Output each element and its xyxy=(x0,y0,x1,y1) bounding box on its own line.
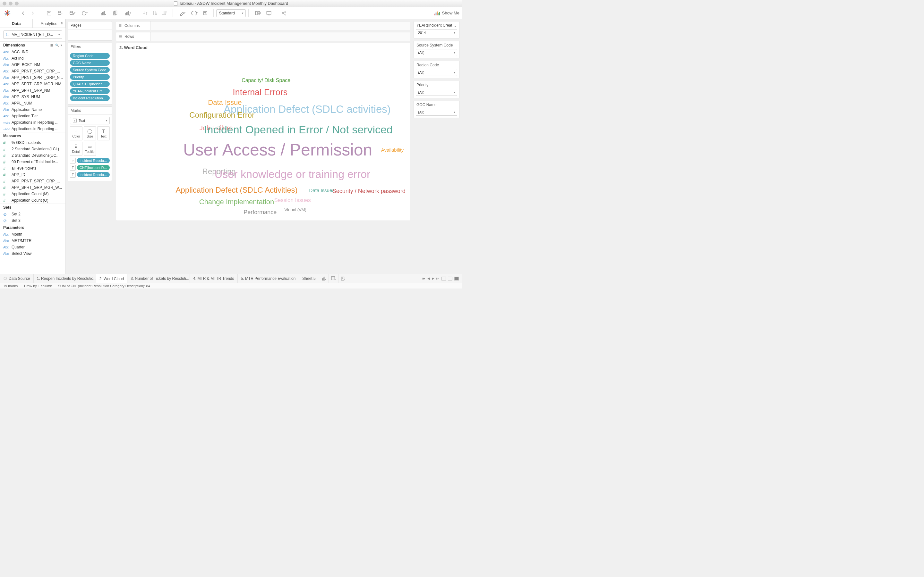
field-item[interactable]: Applications in Reporting ... xyxy=(0,119,65,126)
word-cloud-word[interactable]: Application Defect (SDLC Activities) xyxy=(176,185,297,195)
word-cloud-word[interactable]: Internal Errors xyxy=(233,87,288,97)
field-item[interactable]: APP_ID xyxy=(0,171,65,178)
viz-canvas[interactable]: 2. Word Cloud Capacity/ Disk SpaceIntern… xyxy=(116,43,410,221)
field-item[interactable]: Application Count (O) xyxy=(0,197,65,203)
tab-data[interactable]: Data xyxy=(0,19,33,27)
view-mode-1-icon[interactable] xyxy=(441,277,446,280)
filter-pill[interactable]: YEAR(Incident Creat... xyxy=(70,88,110,94)
mark-pill[interactable]: Incident Resolu... xyxy=(77,158,110,163)
duplicate-button[interactable] xyxy=(110,9,121,17)
field-item[interactable]: % GSD Incidents xyxy=(0,139,65,146)
field-item[interactable]: APP_PRNT_SPRT_GRP_N... xyxy=(0,74,65,81)
new-worksheet-button[interactable] xyxy=(98,9,109,17)
field-item[interactable]: MRT/MTTR xyxy=(0,237,65,244)
search-icon[interactable]: 🔍 xyxy=(55,44,59,47)
word-cloud-word[interactable]: Capacity/ Disk Space xyxy=(242,77,290,83)
filters-card[interactable]: Filters Region CodeGOC NameSource System… xyxy=(68,43,112,105)
filter-pill[interactable]: QUARTER(Incident C... xyxy=(70,81,110,87)
field-item[interactable]: Application Count (M) xyxy=(0,191,65,197)
view-mode-2-icon[interactable] xyxy=(448,277,452,280)
field-item[interactable]: 2 Standard Deviations(UC... xyxy=(0,152,65,159)
filter-card-select[interactable]: (All) xyxy=(416,69,457,76)
presentation-button[interactable] xyxy=(265,9,273,17)
field-item[interactable]: Set 2 xyxy=(0,211,65,218)
word-cloud-word[interactable]: Change Implementation xyxy=(199,198,274,206)
field-item[interactable]: AGE_BCKT_NM xyxy=(0,61,65,68)
word-cloud-word[interactable]: User Access / Permission xyxy=(183,140,373,159)
field-item[interactable]: Applications in Reporting ... xyxy=(0,126,65,132)
new-story-icon[interactable] xyxy=(338,274,348,283)
new-worksheet-icon[interactable] xyxy=(319,274,329,283)
word-cloud-word[interactable]: Session Issues xyxy=(274,197,310,203)
word-cloud-word[interactable]: Virtual (VM) xyxy=(284,207,306,212)
nav-last-icon[interactable]: ⏭ xyxy=(436,277,439,280)
field-item[interactable]: Set 3 xyxy=(0,218,65,224)
view-mode-3-icon[interactable] xyxy=(454,277,459,280)
tab-analytics[interactable]: Analytics⇅ xyxy=(33,19,65,27)
field-item[interactable]: 2 Standard Deviations(LCL) xyxy=(0,146,65,152)
field-item[interactable]: Quarter xyxy=(0,244,65,250)
field-item[interactable]: APP_SPRT_GRP_MGR_NM xyxy=(0,81,65,87)
filter-card-select[interactable]: (All) xyxy=(416,89,457,96)
group-button[interactable]: ▾ xyxy=(189,9,200,17)
sort-desc-button[interactable] xyxy=(160,9,169,17)
new-dashboard-icon[interactable] xyxy=(329,274,338,283)
mark-pill[interactable]: CNT(Incident R... xyxy=(77,165,110,170)
datasource-select[interactable]: MV_INCIDENT(EIT_D... xyxy=(3,31,62,39)
sheet-tab[interactable]: Sheet 5 xyxy=(299,274,319,283)
field-item[interactable]: APP_PRNT_SPRT_GRP_... xyxy=(0,178,65,184)
word-cloud-word[interactable]: User knowledge or training error xyxy=(215,168,371,181)
mark-assignment[interactable]: ⁘Incident Resolu... xyxy=(70,158,110,163)
fit-select[interactable]: Standard xyxy=(216,9,246,17)
field-item[interactable]: ACC_IND xyxy=(0,49,65,55)
filter-pill[interactable]: Source System Code xyxy=(70,67,110,73)
mark-detail-button[interactable]: ⠿Detail xyxy=(70,142,82,156)
field-item[interactable]: APP_SPRT_GRP_NM xyxy=(0,87,65,93)
share-button[interactable] xyxy=(280,9,288,17)
clear-button[interactable]: ▾ xyxy=(122,9,133,17)
filter-card-select[interactable]: (All) xyxy=(416,49,457,56)
mark-color-button[interactable]: ⁘Color xyxy=(70,126,82,140)
field-item[interactable]: Application Name xyxy=(0,106,65,113)
refresh-button[interactable]: ▾ xyxy=(79,9,90,17)
word-cloud-word[interactable]: Data Issues xyxy=(309,187,334,193)
filter-card-select[interactable]: (All) xyxy=(416,109,457,116)
field-item[interactable]: APP_SYS_NUM xyxy=(0,93,65,100)
field-item[interactable]: all level tickets xyxy=(0,165,65,171)
filter-pill[interactable]: Priority xyxy=(70,74,110,80)
field-item[interactable]: Application Tier xyxy=(0,113,65,119)
filter-pill[interactable]: Region Code xyxy=(70,53,110,59)
sheet-tab[interactable]: 5. MTR Performance Evaluation xyxy=(238,274,299,283)
word-cloud-word[interactable]: Configuration Error xyxy=(189,111,254,119)
marks-type-select[interactable]: TText xyxy=(70,117,110,124)
view-icon[interactable]: ▦ xyxy=(50,44,53,47)
mark-text-button[interactable]: TText xyxy=(97,126,110,140)
forward-button[interactable] xyxy=(29,9,37,17)
nav-prev-icon[interactable]: ◀ xyxy=(427,277,430,280)
word-cloud-word[interactable]: Incident Opened in Error / Not serviced xyxy=(204,123,393,135)
data-source-tab[interactable]: Data Source xyxy=(0,274,34,283)
field-item[interactable]: 90 Percent of Total Incide... xyxy=(0,159,65,165)
columns-shelf[interactable]: Columns xyxy=(116,21,410,30)
word-cloud-word[interactable]: Security / Network password xyxy=(333,187,405,194)
field-item[interactable]: Act Ind xyxy=(0,55,65,61)
menu-caret-icon[interactable]: ▾ xyxy=(61,44,62,47)
sheet-tab[interactable]: 1. Reopen Incidents by Resolutio... xyxy=(34,274,96,283)
sheet-tab[interactable]: 2. Word Cloud xyxy=(96,274,128,283)
new-datasource-button[interactable] xyxy=(55,9,65,17)
swap-button[interactable] xyxy=(141,9,150,17)
mark-assignment[interactable]: TCNT(Incident R... xyxy=(70,165,110,171)
mark-assignment[interactable]: TIncident Resolu... xyxy=(70,172,110,177)
field-item[interactable]: APP_SPRT_GRP_MGR_W... xyxy=(0,184,65,191)
marks-card[interactable]: Marks TText ⁘Color◯SizeTText⠿Detail▭Tool… xyxy=(68,106,112,181)
field-item[interactable]: APPL_NUM xyxy=(0,100,65,106)
field-item[interactable]: Month xyxy=(0,231,65,237)
filter-pill[interactable]: Incident Resolution C.. xyxy=(70,95,110,101)
mark-pill[interactable]: Incident Resolu... xyxy=(77,172,110,177)
sort-asc-button[interactable] xyxy=(151,9,159,17)
back-button[interactable] xyxy=(19,9,27,17)
rows-shelf[interactable]: Rows xyxy=(116,32,410,41)
show-labels-button[interactable]: T xyxy=(201,9,210,17)
mark-tooltip-button[interactable]: ▭Tooltip xyxy=(84,142,96,156)
field-item[interactable]: APP_PRNT_SPRT_GRP_... xyxy=(0,68,65,74)
